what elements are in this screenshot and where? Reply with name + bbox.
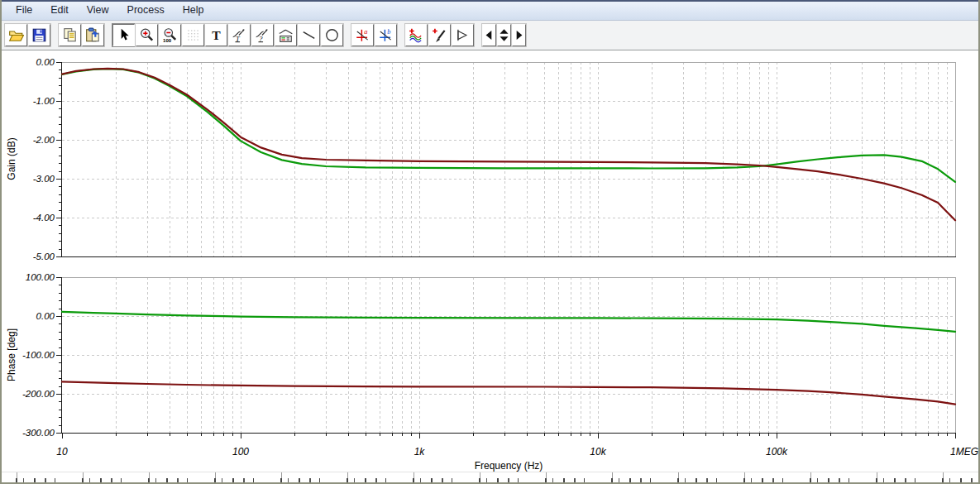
toolbar-separator [344,25,351,46]
select-arrow-icon [116,27,131,43]
svg-text:1k: 1k [414,446,426,458]
flag-button[interactable] [452,24,474,46]
grid-toggle-button[interactable] [182,24,204,46]
curve-dark-red[interactable] [62,381,955,404]
svg-text:0.00: 0.00 [36,57,55,67]
window-border-top [0,0,980,2]
save-icon [31,27,47,43]
zoom-100-button[interactable]: 100 [159,24,181,46]
line-tool-icon [301,27,317,43]
copy-icon [62,27,78,43]
ellipse-tool-button[interactable] [321,24,343,46]
save-button[interactable] [28,24,50,46]
select-tool-button[interactable] [112,24,135,46]
zoom-out-100-icon: 100 [162,27,178,43]
svg-text:a: a [364,28,367,36]
prev-arrow-icon [481,27,497,43]
gain-axis-title: Gain (dB) [6,137,17,180]
svg-text:-3.00: -3.00 [33,174,55,184]
window-border-left [0,0,2,484]
curve-query-tool-icon: ? [255,27,270,43]
svg-text:100: 100 [232,446,249,458]
paste-button[interactable] [82,24,104,46]
toolbar-separator [398,25,405,46]
menu-item-view[interactable]: View [78,2,118,18]
frequency-axis-title: Frequency (Hz) [475,460,543,472]
y-axis: 0.00-1.00-2.00-3.00-4.00-5.00 [33,57,62,261]
gain-plot: 0.00-1.00-2.00-3.00-4.00-5.00 [33,57,956,261]
text-tool-button[interactable]: T [205,24,227,46]
toolbar: 100TT?ab [0,21,980,50]
ellipse-tool-icon [324,27,340,43]
legend-tool-button[interactable] [275,24,297,46]
flag-icon [455,27,471,43]
grid [62,277,955,433]
phase-plot: 100.000.00-100.00-200.00-300.00101001k10… [22,272,978,458]
svg-text:-300.00: -300.00 [22,428,55,438]
svg-text:-1.00: -1.00 [33,96,55,106]
curve-label-tool-icon: T [232,27,247,43]
next-button[interactable] [512,24,526,46]
zoom-in-icon [139,27,155,43]
curve-green[interactable] [62,312,955,332]
add-curves-button[interactable] [405,24,428,46]
cursor-b-button[interactable]: b [375,24,397,46]
zoom-in-button[interactable] [136,24,158,46]
svg-text:-5.00: -5.00 [33,252,55,261]
svg-text:10k: 10k [590,446,606,458]
probe-button[interactable] [428,24,451,46]
cursor-b-icon: b [378,27,394,43]
svg-text:-200.00: -200.00 [22,389,55,399]
svg-text:100.00: 100.00 [26,272,55,282]
text-tool-icon: T [208,27,224,43]
menu-item-file[interactable]: File [7,2,41,18]
svg-text:100k: 100k [766,446,788,458]
plot-window: File Edit View Process Help 100TT?ab 0.0… [0,0,980,484]
open-button[interactable] [5,24,27,46]
svg-text:b: b [387,28,390,36]
curve-label-tool-button[interactable]: T [228,24,251,46]
svg-text:0.00: 0.00 [36,311,55,321]
clipped-bottom-text-row [2,472,978,482]
phase-axis-title: Phase [deg] [6,328,17,381]
probe-icon [432,27,447,43]
open-folder-icon [8,27,24,43]
menu-item-process[interactable]: Process [118,2,174,18]
paste-icon [85,27,101,43]
toolbar-separator [51,25,59,46]
x-axis: 101001k10k100k1MEG [56,434,978,458]
svg-text:-2.00: -2.00 [33,135,55,145]
menu-item-edit[interactable]: Edit [41,2,78,18]
copy-button[interactable] [59,24,81,46]
spinner-control[interactable] [497,24,511,46]
legend-tool-icon [278,27,294,43]
curve-green[interactable] [62,69,955,182]
svg-text:100: 100 [163,38,172,43]
curve-query-tool-button[interactable]: ? [251,24,274,46]
toolbar-separator [105,25,112,46]
prev-button[interactable] [482,24,496,46]
curve-dark-red[interactable] [62,69,955,220]
menu-bar: File Edit View Process Help [0,0,980,21]
grid-icon [185,27,201,43]
add-curves-icon [409,27,424,43]
cursor-a-button[interactable]: a [351,24,374,46]
up-down-spinner-icon [496,27,512,43]
y-axis: 100.000.00-100.00-200.00-300.00 [22,272,62,438]
svg-text:T: T [212,28,221,42]
menu-item-help[interactable]: Help [174,2,213,18]
svg-text:-4.00: -4.00 [33,213,55,223]
next-arrow-icon [511,27,527,43]
svg-text:-100.00: -100.00 [22,350,55,360]
svg-text:1MEG: 1MEG [950,446,978,458]
svg-text:10: 10 [56,446,68,458]
cursor-a-icon: a [355,27,370,43]
line-tool-button[interactable] [298,24,320,46]
bode-plots: 0.00-1.00-2.00-3.00-4.00-5.00100.000.00-… [0,0,980,484]
